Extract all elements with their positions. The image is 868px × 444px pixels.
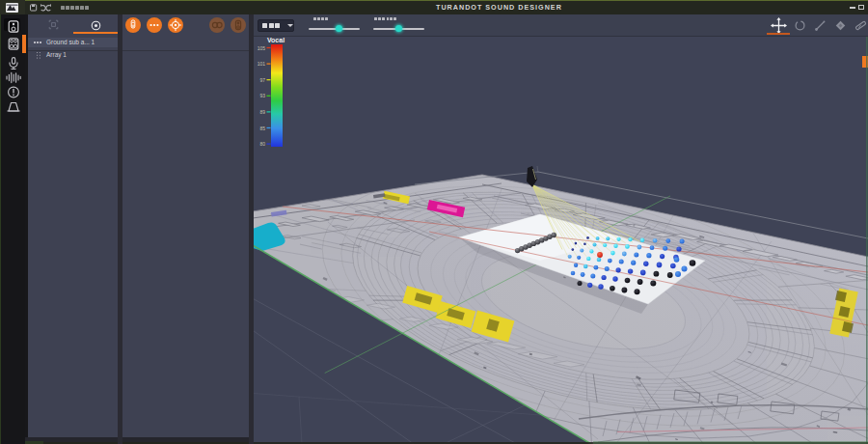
svg-text:105: 105 — [258, 45, 266, 51]
svg-text:85: 85 — [259, 125, 265, 131]
svg-text:89: 89 — [259, 109, 265, 115]
svg-text:Vocal: Vocal — [267, 37, 285, 43]
svg-text:97: 97 — [259, 77, 265, 83]
svg-text:80: 80 — [259, 141, 265, 147]
svg-text:101: 101 — [258, 61, 266, 67]
svg-text:93: 93 — [259, 93, 265, 98]
